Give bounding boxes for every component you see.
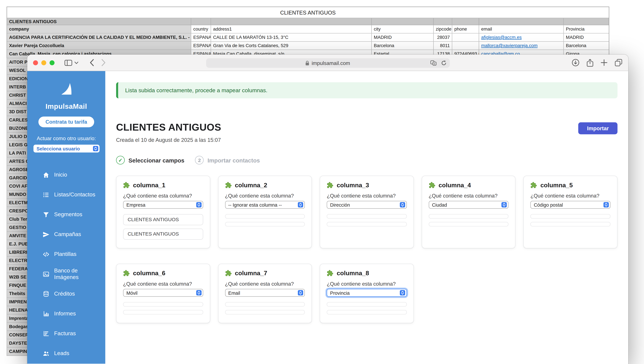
sidebar-item-creditos[interactable]: Créditos — [27, 284, 106, 304]
sidebar-item-campanas[interactable]: Campañas — [27, 224, 106, 244]
coins-icon — [42, 290, 50, 297]
sheet-header-cell: Provincia — [564, 25, 609, 34]
select-stepper-icon — [400, 202, 405, 208]
column-type-select[interactable]: Ciudad — [428, 201, 508, 209]
sample-value — [225, 302, 305, 307]
cell-country: ESPANA — [191, 34, 211, 42]
sidebar-item-leads[interactable]: Leads — [27, 343, 106, 363]
address-bar[interactable]: impulsamail.com a — [206, 58, 450, 68]
puzzle-icon — [327, 270, 334, 276]
column-type-select[interactable]: Código postal — [530, 201, 610, 209]
sidebar-item-listas-contactos[interactable]: Listas/Contactos — [27, 185, 106, 205]
desktop: CLIENTES ANTIGUOS CLIENTES ANTIGUOS comp… — [0, 0, 644, 364]
sidebar-toggle-icon[interactable] — [64, 59, 72, 66]
sidebar-item-banco-imagenes[interactable]: Banco de Imágenes — [27, 264, 106, 284]
translate-icon[interactable]: a — [430, 60, 436, 66]
column-type-select[interactable]: Provincia — [327, 289, 407, 297]
cell-phone — [452, 42, 479, 50]
wizard-steps: ✓ Seleccionar campos 2 Importar contacto… — [116, 156, 618, 165]
tab-overview-icon[interactable] — [614, 59, 622, 67]
sample-value — [225, 222, 305, 227]
contract-plan-button[interactable]: Contrata tu tarifa — [38, 117, 94, 127]
select-stepper-icon — [400, 290, 405, 295]
minimize-window-button[interactable] — [41, 60, 46, 65]
column-type-select[interactable]: Email — [225, 289, 305, 297]
sample-values — [225, 214, 305, 226]
sample-value — [225, 310, 305, 314]
created-at-text: Creada el 10 de August de 2025 a las 15:… — [116, 137, 221, 143]
check-icon: ✓ — [116, 156, 125, 165]
reload-icon[interactable] — [441, 60, 446, 66]
zoom-window-button[interactable] — [50, 60, 54, 65]
selected-option: -- Ignorar esta columna -- — [228, 202, 282, 207]
sample-value — [327, 302, 407, 307]
chevron-down-icon[interactable] — [74, 61, 78, 64]
users-icon — [42, 350, 50, 357]
selected-option: Ciudad — [432, 202, 447, 207]
select-stepper-icon — [93, 146, 98, 151]
selected-option: Dirección — [330, 202, 350, 207]
column-name: columna_6 — [133, 269, 166, 276]
column-question: ¿Qué contiene esta columna? — [428, 193, 508, 199]
image-icon — [42, 270, 50, 277]
column-type-select[interactable]: Dirección — [327, 201, 407, 209]
sidebar-item-plantillas[interactable]: Plantillas — [27, 244, 106, 264]
sidebar-item-facturas[interactable]: Facturas — [27, 324, 106, 343]
sidebar-item-inicio[interactable]: Inicio — [27, 165, 106, 185]
table-row: Xavier Pareja Cozcolluela ESPANA Gran Vi… — [7, 42, 609, 50]
puzzle-icon — [327, 182, 334, 188]
column-question: ¿Qué contiene esta columna? — [225, 193, 305, 199]
step-number: 2 — [195, 156, 204, 165]
user-select[interactable]: Selecciona usuario — [33, 145, 99, 153]
sample-value — [428, 222, 508, 227]
downloads-icon[interactable] — [572, 59, 580, 67]
new-tab-icon[interactable] — [600, 59, 608, 66]
sample-values — [123, 302, 203, 314]
brand-title: ImpulsaMail — [27, 103, 106, 111]
column-card: columna_5 ¿Qué contiene esta columna? Có… — [524, 176, 618, 248]
cell-address: CALLE DE LA MARATÓN 13-15, 3°C — [211, 34, 372, 42]
list-icon — [42, 191, 50, 198]
selected-option: Provincia — [330, 290, 350, 295]
selected-option: Móvil — [126, 290, 138, 295]
sample-value: CLIENTES ANTIGUOS — [123, 229, 203, 240]
browser-titlebar[interactable]: impulsamail.com a — [27, 55, 628, 71]
column-card: columna_1 ¿Qué contiene esta columna? Em… — [116, 176, 210, 248]
sample-values — [225, 302, 305, 314]
puzzle-icon — [428, 182, 435, 188]
column-question: ¿Qué contiene esta columna? — [530, 193, 610, 199]
share-icon[interactable] — [586, 59, 594, 67]
cell-provincia: Barcelona — [564, 42, 609, 50]
column-type-select[interactable]: Móvil — [123, 289, 203, 297]
sidebar-nav: Inicio Listas/Contactos Segmentos Campañ… — [27, 165, 106, 363]
selected-option: Email — [228, 290, 240, 295]
user-select-value: Selecciona usuario — [36, 146, 80, 151]
app-sidebar: ImpulsaMail Contrata tu tarifa Actuar co… — [27, 71, 106, 364]
sheet-header-cell: email — [479, 25, 564, 34]
column-type-select[interactable]: -- Ignorar esta columna -- — [225, 201, 305, 209]
table-row: AGENCIA PARA LA CERTIFICACIÓN DE LA CALI… — [7, 34, 609, 42]
forward-button[interactable] — [101, 59, 106, 67]
select-stepper-icon — [196, 202, 202, 208]
sample-value — [530, 222, 610, 227]
sidebar-item-segmentos[interactable]: Segmentos — [27, 205, 106, 224]
step-select-fields[interactable]: ✓ Seleccionar campos — [116, 156, 184, 165]
traffic-lights — [33, 60, 54, 65]
import-button[interactable]: Importar — [578, 122, 618, 134]
back-button[interactable] — [89, 59, 94, 67]
select-stepper-icon — [196, 290, 202, 295]
step-label: Importar contactos — [208, 157, 260, 163]
close-window-button[interactable] — [33, 60, 38, 65]
step-label: Seleccionar campos — [128, 157, 184, 163]
column-name: columna_5 — [540, 182, 573, 189]
column-mapping-grid: columna_1 ¿Qué contiene esta columna? Em… — [116, 176, 618, 323]
select-stepper-icon — [604, 202, 609, 208]
cell-phone — [452, 34, 479, 42]
column-question: ¿Qué contiene esta columna? — [327, 281, 407, 287]
sample-value — [123, 310, 203, 314]
sidebar-item-informes[interactable]: Informes — [27, 304, 106, 324]
sample-value — [123, 302, 203, 307]
column-type-select[interactable]: Empresa — [123, 201, 203, 209]
step-import-contacts: 2 Importar contactos — [195, 156, 260, 165]
home-icon — [42, 171, 50, 178]
